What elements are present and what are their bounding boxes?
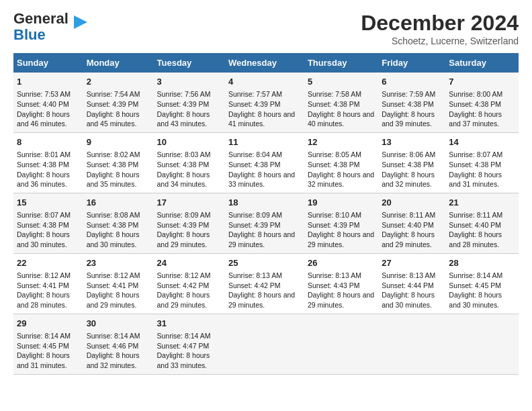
daylight: Daylight: 8 hours and 46 minutes.	[17, 110, 70, 128]
day-number: 5	[308, 76, 375, 88]
calendar-cell: 22Sunrise: 8:12 AMSunset: 4:41 PMDayligh…	[13, 253, 83, 314]
daylight: Daylight: 8 hours and 28 minutes.	[449, 230, 502, 248]
day-number: 24	[157, 257, 222, 269]
sunrise: Sunrise: 8:00 AM	[449, 90, 502, 98]
sunset: Sunset: 4:38 PM	[17, 161, 69, 169]
calendar-cell: 20Sunrise: 8:11 AMSunset: 4:40 PMDayligh…	[378, 193, 445, 253]
day-number: 20	[382, 197, 442, 209]
sunrise: Sunrise: 8:14 AM	[449, 271, 502, 279]
calendar-cell: 16Sunrise: 8:08 AMSunset: 4:38 PMDayligh…	[83, 193, 154, 253]
calendar-cell: 18Sunrise: 8:09 AMSunset: 4:39 PMDayligh…	[225, 193, 304, 253]
sunrise: Sunrise: 8:11 AM	[449, 211, 502, 219]
logo: General Blue	[13, 11, 90, 43]
daylight: Daylight: 8 hours and 37 minutes.	[449, 110, 502, 128]
sunrise: Sunrise: 7:57 AM	[228, 90, 282, 98]
calendar-cell: 10Sunrise: 8:03 AMSunset: 4:38 PMDayligh…	[154, 132, 225, 193]
logo-arrow-icon	[71, 13, 90, 32]
calendar-week-row: 15Sunrise: 8:07 AMSunset: 4:38 PMDayligh…	[13, 193, 519, 253]
daylight: Daylight: 8 hours and 35 minutes.	[87, 171, 140, 189]
sunrise: Sunrise: 7:54 AM	[87, 90, 140, 98]
sunset: Sunset: 4:39 PM	[157, 100, 210, 108]
day-number: 29	[17, 318, 80, 330]
daylight: Daylight: 8 hours and 33 minutes.	[157, 351, 210, 369]
sunset: Sunset: 4:38 PM	[87, 221, 139, 229]
daylight: Daylight: 8 hours and 29 minutes.	[308, 291, 374, 309]
day-number: 27	[382, 257, 442, 269]
sunrise: Sunrise: 8:10 AM	[308, 211, 361, 219]
calendar-cell: 19Sunrise: 8:10 AMSunset: 4:39 PMDayligh…	[304, 193, 378, 253]
calendar-header-row: SundayMondayTuesdayWednesdayThursdayFrid…	[13, 53, 519, 73]
calendar-cell: 24Sunrise: 8:12 AMSunset: 4:42 PMDayligh…	[154, 253, 225, 314]
daylight: Daylight: 8 hours and 29 minutes.	[228, 291, 295, 309]
sunrise: Sunrise: 8:07 AM	[17, 211, 71, 219]
sunset: Sunset: 4:42 PM	[228, 281, 281, 289]
daylight: Daylight: 8 hours and 30 minutes.	[449, 291, 502, 309]
sunset: Sunset: 4:41 PM	[87, 281, 139, 289]
sunrise: Sunrise: 8:01 AM	[17, 150, 71, 158]
daylight: Daylight: 8 hours and 31 minutes.	[17, 351, 70, 369]
day-number: 18	[228, 197, 301, 209]
day-number: 21	[449, 197, 515, 209]
sunset: Sunset: 4:39 PM	[228, 100, 281, 108]
day-number: 23	[87, 257, 150, 269]
sunrise: Sunrise: 8:09 AM	[157, 211, 211, 219]
day-number: 26	[308, 257, 375, 269]
title-block: December 2024 Schoetz, Lucerne, Switzerl…	[361, 11, 519, 46]
sunset: Sunset: 4:38 PM	[157, 161, 210, 169]
daylight: Daylight: 8 hours and 29 minutes.	[87, 291, 140, 309]
day-number: 19	[308, 197, 375, 209]
daylight: Daylight: 8 hours and 29 minutes.	[308, 230, 374, 248]
sunrise: Sunrise: 8:05 AM	[308, 150, 361, 158]
day-number: 1	[17, 76, 80, 88]
calendar-cell: 14Sunrise: 8:07 AMSunset: 4:38 PMDayligh…	[445, 132, 519, 193]
sunrise: Sunrise: 8:03 AM	[157, 150, 211, 158]
calendar-cell: 23Sunrise: 8:12 AMSunset: 4:41 PMDayligh…	[83, 253, 154, 314]
logo-text: General Blue	[13, 11, 69, 43]
sunrise: Sunrise: 8:02 AM	[87, 150, 140, 158]
sunset: Sunset: 4:38 PM	[17, 221, 69, 229]
day-number: 3	[157, 76, 222, 88]
sunrise: Sunrise: 8:13 AM	[308, 271, 361, 279]
day-number: 12	[308, 136, 375, 148]
sunrise: Sunrise: 8:13 AM	[228, 271, 282, 279]
daylight: Daylight: 8 hours and 32 minutes.	[87, 351, 140, 369]
day-number: 4	[228, 76, 301, 88]
calendar-cell	[445, 314, 519, 374]
daylight: Daylight: 8 hours and 33 minutes.	[228, 171, 295, 189]
header-wednesday: Wednesday	[225, 53, 304, 73]
daylight: Daylight: 8 hours and 29 minutes.	[228, 230, 295, 248]
calendar-cell: 1Sunrise: 7:53 AMSunset: 4:40 PMDaylight…	[13, 73, 83, 132]
sunrise: Sunrise: 7:56 AM	[157, 90, 211, 98]
sunrise: Sunrise: 7:59 AM	[382, 90, 435, 98]
day-number: 7	[449, 76, 515, 88]
calendar-cell: 29Sunrise: 8:14 AMSunset: 4:45 PMDayligh…	[13, 314, 83, 374]
sunrise: Sunrise: 8:14 AM	[157, 332, 211, 340]
day-number: 10	[157, 136, 222, 148]
sunrise: Sunrise: 8:12 AM	[17, 271, 71, 279]
header-thursday: Thursday	[304, 53, 378, 73]
daylight: Daylight: 8 hours and 30 minutes.	[87, 230, 140, 248]
page-header: General Blue December 2024 Schoetz, Luce…	[13, 11, 519, 46]
calendar-week-row: 29Sunrise: 8:14 AMSunset: 4:45 PMDayligh…	[13, 314, 519, 374]
daylight: Daylight: 8 hours and 30 minutes.	[17, 230, 70, 248]
svg-marker-0	[74, 15, 87, 29]
calendar-cell: 30Sunrise: 8:14 AMSunset: 4:46 PMDayligh…	[83, 314, 154, 374]
daylight: Daylight: 8 hours and 30 minutes.	[382, 291, 435, 309]
calendar-cell: 12Sunrise: 8:05 AMSunset: 4:38 PMDayligh…	[304, 132, 378, 193]
sunset: Sunset: 4:40 PM	[449, 221, 501, 229]
sunrise: Sunrise: 8:12 AM	[87, 271, 140, 279]
sunset: Sunset: 4:38 PM	[228, 161, 281, 169]
day-number: 16	[87, 197, 150, 209]
header-saturday: Saturday	[445, 53, 519, 73]
sunset: Sunset: 4:39 PM	[228, 221, 281, 229]
header-sunday: Sunday	[13, 53, 83, 73]
calendar-cell: 8Sunrise: 8:01 AMSunset: 4:38 PMDaylight…	[13, 132, 83, 193]
sunset: Sunset: 4:44 PM	[382, 281, 434, 289]
calendar-cell	[304, 314, 378, 374]
daylight: Daylight: 8 hours and 41 minutes.	[228, 110, 295, 128]
sunrise: Sunrise: 8:07 AM	[449, 150, 502, 158]
calendar-table: SundayMondayTuesdayWednesdayThursdayFrid…	[13, 53, 519, 375]
calendar-cell: 26Sunrise: 8:13 AMSunset: 4:43 PMDayligh…	[304, 253, 378, 314]
daylight: Daylight: 8 hours and 31 minutes.	[449, 171, 502, 189]
main-title: December 2024	[361, 11, 519, 36]
